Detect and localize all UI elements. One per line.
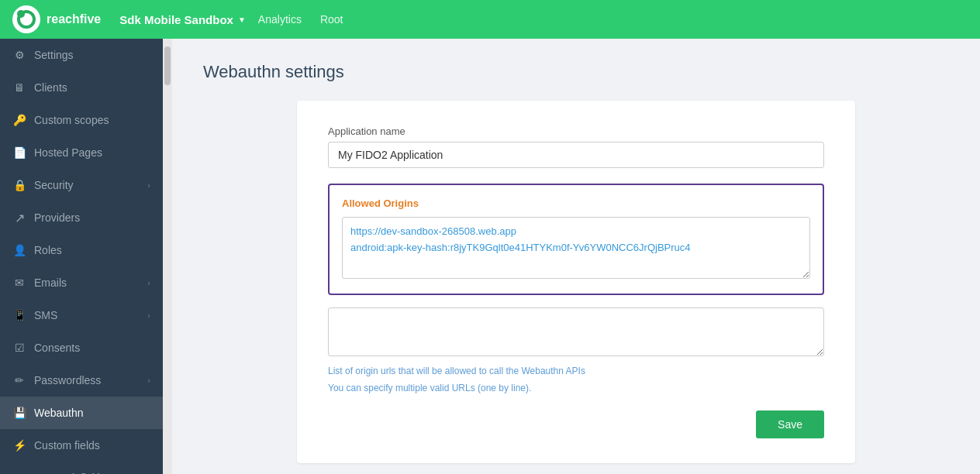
sidebar-item-consents[interactable]: ☑ Consents	[0, 331, 163, 364]
hint-text-2: You can specify multiple valid URLs (one…	[328, 381, 824, 395]
content-area: Webauthn settings Application name Allow…	[163, 39, 980, 474]
sidebar-item-webauthn[interactable]: 💾 Webauthn	[0, 397, 163, 429]
allowed-origins-label: Allowed Origins	[342, 198, 810, 209]
sidebar-label-clients: Clients	[34, 81, 150, 94]
emails-chevron-icon: ›	[147, 278, 150, 287]
app-name-label: Application name	[328, 125, 824, 137]
hint-text-1: List of origin urls that will be allowed…	[328, 364, 824, 378]
sidebar-item-clients[interactable]: 🖥 Clients	[0, 71, 163, 104]
sidebar-label-consents: Consents	[34, 342, 150, 354]
brand: reachfive	[12, 5, 101, 33]
sidebar-label-hosted-pages: Hosted Pages	[34, 146, 150, 159]
sidebar: ⚙ Settings 🖥 Clients 🔑 Custom scopes 📄 H…	[0, 39, 163, 474]
sms-chevron-icon: ›	[147, 311, 150, 320]
top-nav-links: Analytics Root	[258, 10, 343, 29]
export-definitions-icon: ☁	[12, 471, 26, 474]
custom-scopes-icon: 🔑	[12, 113, 26, 127]
app-name-group: Application name	[328, 125, 824, 168]
extra-textarea[interactable]	[328, 307, 824, 356]
clients-icon: 🖥	[12, 81, 26, 94]
sidebar-item-security[interactable]: 🔒 Security ›	[0, 169, 163, 201]
logo-icon	[12, 5, 40, 33]
sidebar-item-roles[interactable]: 👤 Roles	[0, 234, 163, 266]
emails-icon: ✉	[12, 276, 26, 290]
allowed-origins-textarea[interactable]	[342, 217, 810, 279]
main-layout: ⚙ Settings 🖥 Clients 🔑 Custom scopes 📄 H…	[0, 39, 980, 474]
sidebar-item-providers[interactable]: ↗ Providers	[0, 201, 163, 234]
webauthn-icon: 💾	[12, 406, 26, 420]
providers-icon: ↗	[12, 211, 26, 225]
passwordless-chevron-icon: ›	[147, 376, 150, 385]
sidebar-label-sms: SMS	[34, 309, 140, 321]
chevron-down-icon: ▼	[238, 15, 246, 24]
form-actions: Save	[328, 410, 824, 438]
sidebar-item-passwordless[interactable]: ✏ Passwordless ›	[0, 364, 163, 397]
sidebar-label-providers: Providers	[34, 211, 150, 224]
security-icon: 🔒	[12, 178, 26, 192]
passwordless-icon: ✏	[12, 373, 26, 387]
sidebar-item-export-definitions[interactable]: ☁ Export definitions	[0, 462, 163, 474]
sidebar-item-sms[interactable]: 📱 SMS ›	[0, 299, 163, 331]
allowed-origins-group: Allowed Origins	[328, 184, 824, 295]
sidebar-label-webauthn: Webauthn	[34, 407, 150, 419]
sidebar-label-settings: Settings	[34, 49, 150, 61]
sidebar-label-emails: Emails	[34, 276, 140, 289]
sidebar-label-custom-scopes: Custom scopes	[34, 114, 150, 126]
settings-icon: ⚙	[12, 48, 26, 62]
page-title: Webauthn settings	[203, 62, 949, 82]
app-selector[interactable]: Sdk Mobile Sandbox ▼	[119, 13, 246, 26]
scroll-thumb	[164, 46, 171, 85]
sidebar-item-custom-fields[interactable]: ⚡ Custom fields	[0, 429, 163, 462]
sidebar-label-passwordless: Passwordless	[34, 374, 140, 386]
hosted-pages-icon: 📄	[12, 146, 26, 160]
app-name: Sdk Mobile Sandbox	[119, 13, 233, 26]
top-navbar: reachfive Sdk Mobile Sandbox ▼ Analytics…	[0, 0, 980, 39]
sms-icon: 📱	[12, 308, 26, 322]
svg-point-2	[17, 10, 25, 18]
sidebar-item-custom-scopes[interactable]: 🔑 Custom scopes	[0, 104, 163, 136]
chevron-right-icon: ›	[147, 180, 150, 190]
sidebar-item-settings[interactable]: ⚙ Settings	[0, 39, 163, 71]
sidebar-label-security: Security	[34, 179, 140, 191]
roles-icon: 👤	[12, 243, 26, 257]
analytics-link[interactable]: Analytics	[258, 10, 302, 29]
settings-card: Application name Allowed Origins List of…	[297, 101, 855, 463]
sidebar-label-custom-fields: Custom fields	[34, 439, 150, 452]
svg-point-0	[12, 5, 40, 33]
consents-icon: ☑	[12, 341, 26, 355]
brand-name: reachfive	[47, 12, 101, 26]
sidebar-item-emails[interactable]: ✉ Emails ›	[0, 266, 163, 299]
app-name-input[interactable]	[328, 142, 824, 168]
save-button[interactable]: Save	[756, 410, 824, 438]
sidebar-item-hosted-pages[interactable]: 📄 Hosted Pages	[0, 136, 163, 169]
scrollbar[interactable]	[163, 39, 172, 474]
custom-fields-icon: ⚡	[12, 438, 26, 452]
sidebar-label-roles: Roles	[34, 244, 150, 256]
root-link[interactable]: Root	[320, 10, 343, 29]
